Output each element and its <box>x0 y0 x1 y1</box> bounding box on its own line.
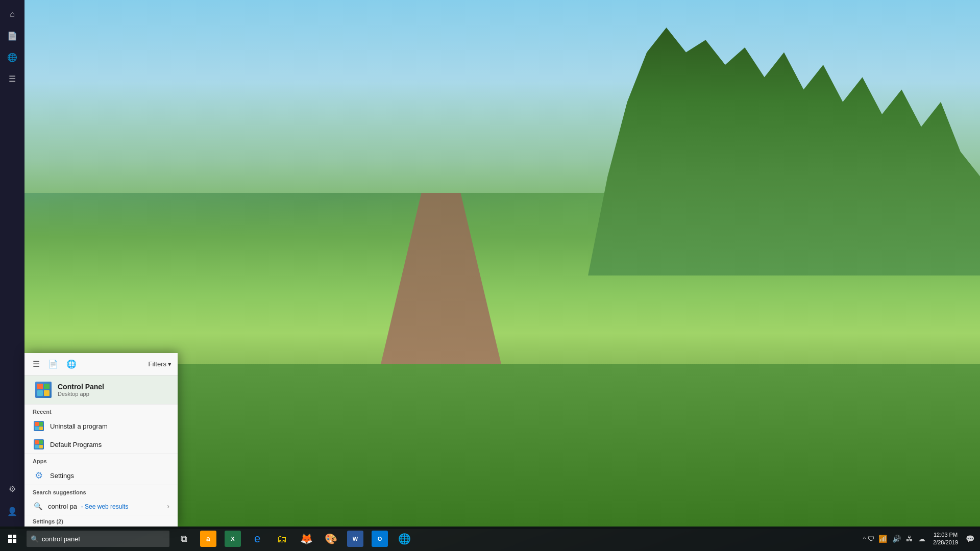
control-panel-icon <box>34 381 53 399</box>
sidebar-item-list[interactable]: ☰ <box>2 68 22 89</box>
windows-security-icon[interactable]: 🛡 <box>868 535 875 543</box>
suggestion-text: control pa - See web results <box>48 503 128 510</box>
suggestion-arrow-icon: › <box>167 502 169 510</box>
cp-icon-cell-2 <box>44 384 50 389</box>
recent-item-default-programs[interactable]: Default Programs <box>24 435 178 454</box>
paint-icon: 🎨 <box>325 533 337 545</box>
volume-icon[interactable]: 🔊 <box>891 534 902 544</box>
filters-label: Filters <box>149 360 166 368</box>
taskbar-apps: a X e 🗂 🦊 🎨 W O 🌐 <box>196 527 859 551</box>
filters-chevron-icon: ▾ <box>168 360 172 368</box>
apps-section-header: Apps <box>24 454 178 466</box>
sidebar-item-user[interactable]: 👤 <box>2 501 22 521</box>
taskbar-search-input[interactable] <box>42 535 165 543</box>
search-sidebar: ⌂ 📄 🌐 ☰ ⚙ 👤 <box>0 0 24 527</box>
clock-time: 12:03 PM <box>933 531 958 539</box>
excel-icon: X <box>225 531 241 547</box>
network-icon[interactable]: 🖧 <box>904 534 915 544</box>
firefox-icon: 🦊 <box>300 533 313 545</box>
taskbar-app-outlook[interactable]: O <box>368 527 392 551</box>
task-view-button[interactable]: ⧉ <box>172 527 196 551</box>
recent-item-uninstall[interactable]: Uninstall a program <box>24 417 178 435</box>
taskbar: 🔍 ⧉ a X e 🗂 🦊 🎨 W O 🌐 <box>0 527 980 551</box>
start-button[interactable] <box>0 527 24 551</box>
uninstall-label: Uninstall a program <box>50 422 108 430</box>
taskbar-app-amazon[interactable]: a <box>196 527 220 551</box>
taskbar-search-icon: 🔍 <box>31 535 39 543</box>
sidebar-item-home[interactable]: ⌂ <box>2 4 22 24</box>
clock-date: 2/28/2019 <box>933 539 958 546</box>
best-match-subtitle: Desktop app <box>58 391 104 397</box>
sidebar-bottom: ⚙ 👤 <box>2 479 22 527</box>
cp-icon-cell-4 <box>44 390 50 396</box>
taskbar-app-paint[interactable]: 🎨 <box>318 527 343 551</box>
suggestion-query: control pa <box>48 503 77 510</box>
taskbar-app-firefox[interactable]: 🦊 <box>294 527 318 551</box>
sidebar-item-documents[interactable]: 📄 <box>2 26 22 46</box>
toolbar-hamburger-icon[interactable]: ☰ <box>31 357 42 371</box>
best-match-title: Control Panel <box>58 383 104 391</box>
ie-icon: e <box>254 532 260 545</box>
search-panel: ☰ 📄 🌐 Filters ▾ Control Panel Desktop ap… <box>24 353 178 527</box>
action-center-icon[interactable]: 💬 <box>964 534 976 544</box>
best-match-text: Control Panel Desktop app <box>58 383 104 397</box>
default-programs-icon <box>33 438 45 450</box>
onedrive-icon[interactable]: ☁ <box>917 534 927 544</box>
panel-toolbar: ☰ 📄 🌐 Filters ▾ <box>24 353 178 375</box>
system-tray: ^ 🛡 📶 🔊 🖧 ☁ 12:03 PM 2/28/2019 💬 <box>859 527 980 551</box>
toolbar-globe-icon[interactable]: 🌐 <box>64 357 79 371</box>
taskbar-app-word[interactable]: W <box>343 527 368 551</box>
recent-section-header: Recent <box>24 404 178 417</box>
taskbar-app-chrome[interactable]: 🌐 <box>392 527 416 551</box>
amazon-icon: a <box>200 531 216 547</box>
sidebar-item-settings[interactable]: ⚙ <box>2 479 22 499</box>
windows-logo-icon <box>8 535 16 543</box>
search-suggestions-header: Search suggestions <box>24 485 178 497</box>
wifi-icon[interactable]: 📶 <box>877 534 889 544</box>
search-suggestion-icon: 🔍 <box>33 501 43 511</box>
gear-icon: ⚙ <box>35 470 43 481</box>
sidebar-item-web[interactable]: 🌐 <box>2 47 22 67</box>
taskbar-app-excel[interactable]: X <box>220 527 245 551</box>
settings-count-header: Settings (2) <box>24 515 178 527</box>
default-programs-label: Default Programs <box>50 441 102 448</box>
settings-label: Settings <box>50 472 74 480</box>
settings-app-icon: ⚙ <box>33 469 45 482</box>
cp-icon-cell-3 <box>37 390 43 396</box>
see-web-results-label: - See web results <box>81 503 129 510</box>
chrome-icon: 🌐 <box>398 533 411 545</box>
uninstall-icon <box>33 420 45 432</box>
best-match-item[interactable]: Control Panel Desktop app <box>24 375 178 404</box>
cp-icon-cell-1 <box>37 384 43 389</box>
apps-item-settings[interactable]: ⚙ Settings <box>24 466 178 485</box>
tray-expand-icon[interactable]: ^ <box>863 536 866 542</box>
word-icon: W <box>347 531 363 547</box>
task-view-icon: ⧉ <box>181 534 187 544</box>
folder-icon: 🗂 <box>277 533 287 545</box>
system-clock[interactable]: 12:03 PM 2/28/2019 <box>929 531 962 547</box>
outlook-icon: O <box>372 531 388 547</box>
toolbar-document-icon[interactable]: 📄 <box>46 357 60 371</box>
taskbar-search-box[interactable]: 🔍 <box>27 531 169 547</box>
suggestion-control-pa[interactable]: 🔍 control pa - See web results › <box>24 497 178 515</box>
filters-button[interactable]: Filters ▾ <box>149 360 172 368</box>
taskbar-app-folder[interactable]: 🗂 <box>270 527 294 551</box>
taskbar-app-ie[interactable]: e <box>245 527 270 551</box>
